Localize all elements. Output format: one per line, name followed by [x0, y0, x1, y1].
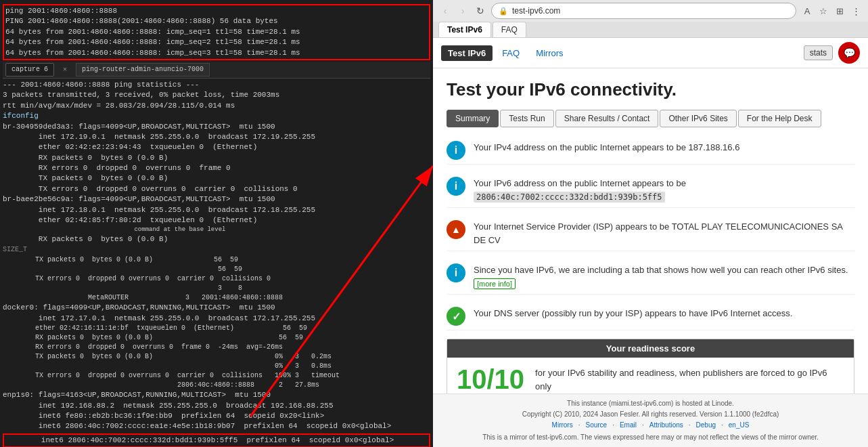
info-row-ipv4: i Your IPv4 address on the public Intern…	[447, 137, 854, 165]
info-row-dns: ✓ Your DNS server (possibly run by your …	[447, 303, 854, 331]
terminal-panel: ping 2001:4860:4860::8888 PING 2001:4860…	[0, 0, 433, 447]
tab-help-desk[interactable]: For the Help Desk	[738, 110, 821, 127]
chat-icon[interactable]: 💬	[838, 42, 860, 64]
terminal-line: command at the base level	[3, 226, 430, 234]
terminal-line: br-baee2be56c9a: flags=4099<UP,BROADCAST…	[3, 194, 430, 205]
content-tabs: Summary Tests Run Share Results / Contac…	[447, 110, 854, 127]
browser-tab-test-ipv6[interactable]: Test IPv6	[438, 22, 491, 37]
footer-link-locale[interactable]: en_US	[729, 420, 750, 431]
info-icon-isp: ▲	[447, 220, 465, 239]
browser-tab-faq[interactable]: FAQ	[493, 22, 526, 37]
nav-faq[interactable]: FAQ	[495, 45, 526, 61]
terminal-line: TX errors 0 dropped 0 overruns 0 carrier…	[3, 371, 430, 381]
more-info-link[interactable]: [more info]	[474, 278, 516, 289]
info-text-dns: Your DNS server (possibly run by your IS…	[474, 307, 792, 320]
terminal-line: enp1s0: flags=4163<UP,BROADCAST,RUNNING,…	[3, 390, 430, 400]
footer-sep5: ·	[721, 420, 723, 431]
terminal-line: 56 59	[3, 265, 430, 274]
terminal-line: PING 2001:4860:4860::8888(2001:4860:4860…	[5, 16, 428, 26]
terminal-line: MetaROUTER 3 2001:4860:4860::8888	[3, 293, 430, 303]
terminal-line: RX packets 0 bytes 0 (0.0 B)	[3, 153, 430, 163]
nav-reload-button[interactable]: ↻	[474, 4, 487, 18]
footer-links: Mirrors · Source · Email · Attributions …	[441, 420, 860, 431]
terminal-ping-highlight: ping 2001:4860:4860::8888 PING 2001:4860…	[3, 4, 430, 60]
footer-link-attributions[interactable]: Attributions	[649, 420, 683, 431]
bookmark-icon[interactable]: ☆	[817, 4, 830, 18]
tab-text: Since you have IPv6, we are including a …	[474, 265, 848, 275]
terminal-line: inet 172.19.0.1 netmask 255.255.0.0 broa…	[3, 132, 430, 142]
terminal-tab-close[interactable]: ✕	[57, 63, 73, 77]
terminal-line: RX errors 0 dropped 0 overruns 0 frame 0	[3, 163, 430, 173]
terminal-line: 64 bytes from 2001:4860:4860::8888: icmp…	[5, 37, 428, 47]
address-lock-icon: 🔒	[499, 7, 508, 16]
footer-link-debug[interactable]: Debug	[696, 420, 716, 431]
info-row-isp: ▲ Your Internet Service Provider (ISP) a…	[447, 216, 854, 251]
address-bar[interactable]: 🔒 test-ipv6.com	[491, 3, 796, 19]
translate-icon[interactable]: A	[800, 4, 814, 18]
menu-icon[interactable]: ⋮	[849, 4, 863, 18]
footer-link-mirrors[interactable]: Mirrors	[552, 420, 573, 431]
nav-forward-button[interactable]: ›	[456, 4, 470, 18]
info-row-ipv6: i Your IPv6 address on the public Intern…	[447, 173, 854, 208]
terminal-line: ether 02:42:e2:23:94:43 txqueuelen 0 (Et…	[3, 142, 430, 152]
terminal-line: TX packets 0 bytes 0 (0.0 B) 56 59	[3, 255, 430, 265]
terminal-line: ifconfig	[3, 111, 430, 121]
terminal-table-area: SIZE_T	[3, 245, 430, 255]
terminal-line: TX packets 0 bytes 0 (0.0 B)	[3, 173, 430, 184]
footer-link-email[interactable]: Email	[620, 420, 637, 431]
terminal-line: TX errors 0 dropped 0 overruns 0 carrier…	[3, 274, 430, 284]
footer-sep1: ·	[578, 420, 580, 431]
nav-back-button[interactable]: ‹	[438, 4, 452, 18]
readiness-desc: for your IPv6 stability and readiness, w…	[535, 366, 844, 393]
terminal-line: ether 02:42:16:11:1e:bf txqueuelen 0 (Et…	[3, 324, 430, 333]
tab-other-ipv6-sites[interactable]: Other IPv6 Sites	[660, 110, 736, 127]
readiness-score: 10/10	[457, 364, 524, 393]
terminal-line: inet 172.17.0.1 netmask 255.255.0.0 broa…	[3, 314, 430, 324]
info-icon-ipv6: i	[447, 177, 465, 196]
site-navigation: Test IPv6 FAQ Mirrors stats 💬	[433, 38, 868, 68]
readiness-header: Your readiness score	[447, 339, 854, 358]
tab-tests-run[interactable]: Tests Run	[500, 110, 553, 127]
terminal-line: RX packets 0 bytes 0 (0.0 B) 56 59	[3, 333, 430, 343]
tab-summary[interactable]: Summary	[447, 110, 499, 127]
info-icon-dns: ✓	[447, 307, 465, 326]
terminal-line: 3 8	[3, 284, 430, 293]
terminal-tab-ping[interactable]: ping-router-admin-anuncio-7000	[76, 63, 210, 77]
terminal-tab[interactable]: capture 6	[5, 63, 54, 77]
browser-topbar: ‹ › ↻ 🔒 test-ipv6.com A ☆ ⊞ ⋮	[433, 0, 868, 22]
terminal-line: ping 2001:4860:4860::8888	[5, 6, 428, 16]
terminal-line: --- 2001:4860:4860::8888 ping statistics…	[3, 80, 430, 90]
readiness-body: 10/10 for your IPv6 stability and readin…	[447, 358, 854, 393]
terminal-line: inet 172.18.0.1 netmask 255.255.0.0 broa…	[3, 205, 430, 215]
nav-mirrors[interactable]: Mirrors	[529, 45, 570, 61]
terminal-line: ether 02:42:85:f7:80:2d txqueuelen 0 (Et…	[3, 215, 430, 226]
address-text: test-ipv6.com	[512, 6, 560, 16]
tab-share-results[interactable]: Share Results / Contact	[555, 110, 659, 127]
stats-button[interactable]: stats	[804, 45, 833, 60]
browser-footer: This instance (miami.test-ipv6.com) is h…	[433, 393, 868, 447]
terminal-tabs: capture 6 ✕ ping-router-admin-anuncio-70…	[3, 62, 430, 79]
page-title: Test your IPv6 connectivity.	[447, 79, 854, 100]
footer-link-source[interactable]: Source	[585, 420, 607, 431]
terminal-ipv6-highlight: inet6 2806:40c:7002:cccc:332d:bdd1:939b:…	[3, 433, 430, 447]
site-nav-links: Test IPv6 FAQ Mirrors	[441, 45, 570, 61]
nav-test-ipv6[interactable]: Test IPv6	[441, 45, 493, 61]
info-text-ipv4: Your IPv4 address on the public Internet…	[474, 141, 739, 154]
browser-panel: ‹ › ↻ 🔒 test-ipv6.com A ☆ ⊞ ⋮ Test IPv6 …	[433, 0, 868, 447]
terminal-col: SIZE_T	[3, 245, 27, 255]
footer-sep4: ·	[689, 420, 691, 431]
footer-sep3: ·	[642, 420, 644, 431]
info-icon-tab: i	[447, 263, 465, 282]
main-content: Test your IPv6 connectivity. Summary Tes…	[433, 68, 868, 393]
terminal-line: RX packets 0 bytes 0 (0.0 B)	[3, 234, 430, 244]
info-row-ipv6-tab: i Since you have IPv6, we are including …	[447, 259, 854, 295]
info-text-tab: Since you have IPv6, we are including a …	[474, 263, 854, 290]
extensions-icon[interactable]: ⊞	[833, 4, 846, 18]
terminal-highlighted-line: inet6 2806:40c:7002:cccc:332d:bdd1:939b:…	[5, 435, 428, 446]
terminal-line: 0% 3 0.8ms	[3, 362, 430, 371]
ipv6-text-prefix: Your IPv6 address on the public Internet…	[474, 178, 686, 188]
terminal-content: ping 2001:4860:4860::8888 PING 2001:4860…	[0, 0, 433, 447]
footer-instance: This instance (miami.test-ipv6.com) is h…	[441, 398, 860, 409]
terminal-line: 2806:40c:4860::8888 2 27.8ms	[3, 381, 430, 390]
terminal-line: inet6 2806:40c:7002:cccc:ea1e:4e5e:1b18:…	[3, 421, 430, 431]
